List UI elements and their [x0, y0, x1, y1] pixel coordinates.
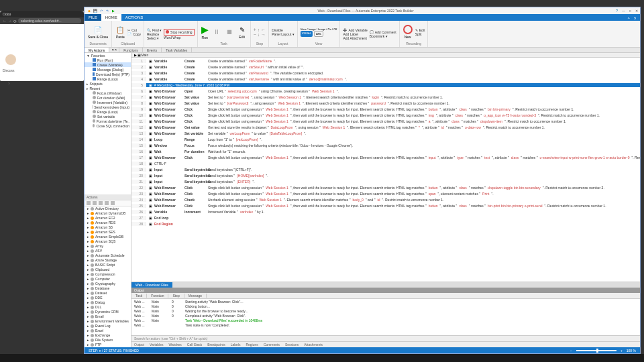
action-item[interactable]: ▸ Dataset	[85, 291, 131, 296]
tree-item[interactable]: Message (Dialog)	[85, 67, 131, 72]
action-item[interactable]: ▸ Automate Schedule	[85, 253, 131, 258]
word-wrap-button[interactable]: Word Wrap	[164, 36, 195, 40]
script-line[interactable]: 27▣ End loop	[131, 215, 640, 221]
action-item[interactable]: ▸ Environment Variables	[85, 319, 131, 324]
action-item[interactable]: ▸ Amazon RDS	[85, 221, 131, 225]
stop-recording-button[interactable]: Stop recording	[164, 29, 195, 36]
tree-item[interactable]: Range (Loop)	[85, 76, 131, 81]
script-line[interactable]: 8▣ Web BrowserSet valueSet text to "[var…	[131, 100, 640, 106]
action-item[interactable]: ▸ Azure Storage	[85, 258, 131, 263]
tb-icon[interactable]	[87, 201, 91, 205]
tree-item[interactable]: ▸ Snippets	[85, 81, 131, 86]
script-line[interactable]: 16▣ WaitFor durationWait task for "1" se…	[131, 148, 640, 154]
script-line[interactable]: 25▣ Web BrowserClickSingle click left bu…	[131, 202, 640, 208]
tb-icon[interactable]	[99, 201, 103, 205]
aml-mode[interactable]: AML	[314, 31, 323, 37]
output-tab[interactable]: Web - Download Files	[131, 282, 172, 288]
action-item[interactable]: ▸ FTP	[85, 343, 131, 347]
script-line[interactable]: 5▣ # Recording - Wednesday, June 7, 2023…	[131, 82, 640, 88]
bottom-tab[interactable]: Comments	[264, 343, 280, 347]
action-item[interactable]: ▸ Array	[85, 244, 131, 249]
action-item[interactable]: ▸ Computer	[85, 277, 131, 282]
action-item[interactable]: ▸ Clipboard	[85, 267, 131, 272]
script-line[interactable]: 17▣ Web BrowserClickSingle click left bu…	[131, 154, 640, 160]
action-item[interactable]: ▸ Cryptography	[85, 282, 131, 286]
tree-item[interactable]: Send keystrokes (Input)	[85, 105, 131, 109]
action-item[interactable]: ▸ Dialog	[85, 300, 131, 305]
bottom-tab[interactable]: Labels	[231, 343, 241, 347]
script-line[interactable]: 14▣ LoopRangeLoop from "1" to "[varLoopF…	[131, 136, 640, 142]
bookmark-button[interactable]: Bookmark ▾	[370, 34, 396, 38]
tb-icon[interactable]	[105, 201, 109, 205]
script-line[interactable]: 15▣ WindowFocusFocus window(s) matching …	[131, 142, 640, 148]
script-line[interactable]: 10▣ Web BrowserClickSingle click left bu…	[131, 112, 640, 118]
browser-tab[interactable]: Odoo	[0, 11, 84, 17]
tree-item[interactable]: Set variable	[85, 114, 131, 119]
redo-icon[interactable]: ↷	[105, 9, 109, 13]
paste-button[interactable]: 📋Paste	[115, 24, 125, 40]
bottom-tab[interactable]: Variables	[150, 343, 163, 347]
action-item[interactable]: ▸ Email	[85, 314, 131, 319]
action-item[interactable]: ▸ DLL	[85, 305, 131, 310]
tab-events[interactable]: Events	[143, 48, 162, 52]
action-item[interactable]: ▸ Dynamics CRM	[85, 310, 131, 314]
action-item[interactable]: ▸ Amazon EC2	[85, 216, 131, 221]
help-icon[interactable]: ?	[616, 9, 618, 13]
bottom-tab[interactable]: Breakpoints	[207, 343, 225, 347]
tree-item[interactable]: Format date/time (Te..	[85, 119, 131, 123]
action-item[interactable]: ▸ ASV	[85, 249, 131, 253]
script-line[interactable]: 13▣ Web BrowserSet variableSet variable …	[131, 130, 640, 136]
script-line[interactable]: 9▣ Web BrowserClickSingle click left but…	[131, 106, 640, 112]
zoom-slider[interactable]	[576, 350, 616, 351]
tab-my-actions[interactable]: My Actions	[85, 48, 109, 52]
save-close-button[interactable]: 📄Save & Close	[87, 24, 109, 40]
script-line[interactable]: 21▣ InputSend keystrokesSend keystrokes …	[131, 178, 640, 184]
run-icon-qat[interactable]: ▶	[111, 9, 115, 13]
pause-button[interactable]: ⏸	[211, 27, 222, 38]
tab-functions[interactable]: Functions	[119, 48, 143, 52]
bottom-tab[interactable]: Watches	[169, 343, 182, 347]
script-line[interactable]: 11▣ Web BrowserClickSingle click left bu…	[131, 118, 640, 124]
action-item[interactable]: ▸ Exchange	[85, 333, 131, 338]
run-button[interactable]: ▶Run	[201, 23, 209, 40]
bottom-tab[interactable]: Attachments	[304, 343, 323, 347]
stop-button[interactable]: ⏹	[224, 27, 235, 38]
action-item[interactable]: ▸ DDE	[85, 296, 131, 300]
script-line[interactable]: 3▣ VariableCreateCreate a variable named…	[131, 70, 640, 76]
tab-file[interactable]: FILE	[85, 14, 101, 21]
bottom-tab[interactable]: Output	[134, 343, 144, 347]
tree-item[interactable]: Close SQL connection	[85, 123, 131, 128]
select-button[interactable]: Select ▾	[147, 36, 162, 40]
script-line[interactable]: 19▣ InputSend keystrokesSend keystrokes …	[131, 166, 640, 172]
reload-icon[interactable]: ⟳	[13, 19, 17, 23]
bottom-tab[interactable]: Sessions	[285, 343, 299, 347]
edit-task-button[interactable]: ✎Edit	[237, 24, 248, 40]
script-line[interactable]: 22▣ Web BrowserClickSingle click left bu…	[131, 184, 640, 190]
url-field[interactable]: selecting.odoo.com/web#...	[18, 18, 81, 23]
maximize-icon[interactable]: □	[629, 9, 631, 13]
visual-mode[interactable]: VISUAL	[301, 31, 313, 37]
tree-item[interactable]: Range (Loop)	[85, 109, 131, 114]
bottom-tab[interactable]: Call Stack	[187, 343, 203, 347]
script-line[interactable]: 1▣ VariableCreateCreate a variable named…	[131, 58, 640, 64]
script-line[interactable]: 18▣ CTRL-F	[131, 160, 640, 166]
tab-task-variables[interactable]: Task Variables	[162, 48, 192, 52]
action-item[interactable]: ▸ Amazon SQS	[85, 239, 131, 244]
action-item[interactable]: ▸ Event Log	[85, 324, 131, 328]
tb-icon[interactable]	[93, 201, 97, 205]
action-item[interactable]: ▸ Amazon DynamoDB	[85, 211, 131, 216]
script-line[interactable]: 26▣ VariableIncrementIncrement Variable …	[131, 208, 640, 215]
close-icon[interactable]: ✕	[635, 9, 638, 13]
search-action-hint[interactable]: Search for action: (use "Ctrl + Shift + …	[131, 336, 640, 341]
tab-actions[interactable]: ACTIONS	[121, 14, 148, 21]
tree-item[interactable]: Create (Variable)	[85, 62, 131, 67]
tree-item[interactable]: ▸ Recent	[85, 86, 131, 90]
minimize-icon[interactable]: —	[622, 9, 625, 13]
tree-item[interactable]: Focus (Window)	[85, 90, 131, 95]
script-line[interactable]: 6▣ Web BrowserOpenOpen URL "selecting.od…	[131, 88, 640, 94]
tree-item[interactable]: Download file(s) (FTP)	[85, 72, 131, 76]
tab-home[interactable]: HOME	[101, 14, 121, 21]
back-icon[interactable]: ←	[3, 19, 7, 23]
script-line[interactable]: 12▣ Web BrowserGet valueGet text and sto…	[131, 124, 640, 130]
script-line[interactable]: 4▣ VariableCreateCreate a variable named…	[131, 76, 640, 82]
